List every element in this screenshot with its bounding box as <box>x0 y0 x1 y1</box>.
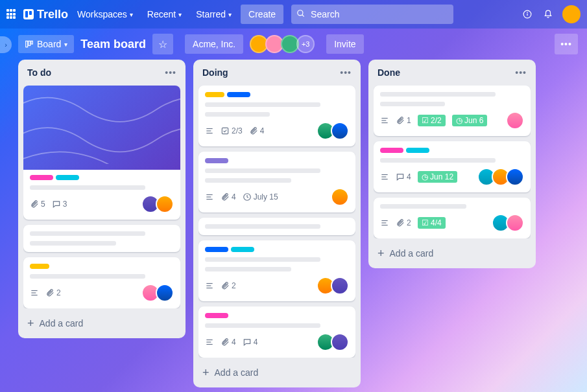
list-title[interactable]: Doing <box>202 67 228 78</box>
list-menu-button[interactable]: ••• <box>515 67 527 78</box>
comments-badge: 4 <box>396 172 411 181</box>
attachments-badge: 4 <box>249 126 265 135</box>
card[interactable]: 4 July 15 <box>198 152 355 213</box>
due-date-badge: July 15 <box>243 192 278 202</box>
user-avatar[interactable] <box>562 5 581 23</box>
add-card-button[interactable]: +Add a card <box>374 244 531 263</box>
chevron-down-icon: ▾ <box>228 11 232 18</box>
description-badge <box>380 116 389 125</box>
info-icon[interactable] <box>521 8 534 21</box>
member-avatar[interactable] <box>506 214 524 232</box>
label-blue <box>205 247 228 252</box>
due-date-badge-complete: ◷ Jun 12 <box>418 171 457 183</box>
label-yellow <box>205 92 224 97</box>
trello-logo-icon <box>23 9 34 19</box>
app-name: Trello <box>37 8 68 21</box>
comments-badge: 4 <box>243 338 258 347</box>
member-avatar[interactable] <box>506 111 524 130</box>
list-menu-button[interactable]: ••• <box>165 67 176 78</box>
svg-rect-7 <box>31 41 32 44</box>
paperclip-icon <box>30 200 39 209</box>
board-canvas: To do••• 5 3 2 <box>0 60 587 392</box>
attachments-badge: 2 <box>396 218 411 227</box>
nav-starred[interactable]: Starred▾ <box>191 5 237 23</box>
label-purple <box>205 158 228 163</box>
card[interactable] <box>23 225 180 252</box>
member-avatar[interactable] <box>156 284 174 302</box>
checklist-badge-complete: ☑ 2/2 <box>418 115 446 126</box>
label-cyan <box>56 175 79 180</box>
due-date-badge-complete: ◷ Jun 6 <box>452 115 488 126</box>
list-todo: To do••• 5 3 2 <box>18 60 186 338</box>
card-text-placeholder <box>205 267 291 271</box>
plus-icon: + <box>202 367 210 378</box>
clock-icon <box>243 192 252 202</box>
label-pink <box>380 148 403 153</box>
attachments-badge: 1 <box>396 116 411 125</box>
paperclip-icon <box>221 192 230 202</box>
member-avatar[interactable] <box>331 333 349 351</box>
member-avatar[interactable] <box>506 168 524 186</box>
description-badge <box>205 281 214 290</box>
label-cyan <box>231 247 254 252</box>
card-title-placeholder <box>380 204 466 209</box>
add-card-button[interactable]: +Add a card <box>198 363 355 382</box>
card[interactable]: 4 ◷ Jun 12 <box>374 141 531 192</box>
svg-point-0 <box>298 10 303 16</box>
attachments-badge: 2 <box>221 281 236 290</box>
board-menu-button[interactable]: ••• <box>555 34 578 54</box>
description-badge <box>205 338 214 347</box>
top-navigation: Trello Workspaces▾ Recent▾ Starred▾ Crea… <box>0 0 587 29</box>
card[interactable]: 1 ☑ 2/2 ◷ Jun 6 <box>374 86 531 136</box>
bell-icon[interactable] <box>542 8 555 21</box>
card-text-placeholder <box>205 178 291 183</box>
list-title[interactable]: Done <box>377 67 400 78</box>
card-cover <box>23 86 180 170</box>
search-input[interactable] <box>291 5 453 24</box>
attachments-badge: 5 <box>30 200 45 209</box>
member-avatar[interactable] <box>331 277 349 295</box>
member-overflow[interactable]: +3 <box>296 35 315 53</box>
board-view-switcher[interactable]: Board▾ <box>18 35 74 53</box>
svg-rect-5 <box>26 41 28 47</box>
card[interactable]: 2 ☑ 4/4 <box>374 198 531 238</box>
card[interactable]: 4 4 <box>198 306 355 358</box>
card-title-placeholder <box>205 102 320 107</box>
paperclip-icon <box>396 218 405 227</box>
card[interactable]: 2 <box>198 240 355 301</box>
list-done: Done••• 1 ☑ 2/2 ◷ Jun 6 4 ◷ Ju <box>368 60 536 268</box>
board-header: Board▾ Team board ☆ Acme, Inc. +3 Invite… <box>0 29 587 60</box>
nav-workspaces[interactable]: Workspaces▾ <box>72 5 138 23</box>
paperclip-icon <box>221 338 230 347</box>
member-avatar[interactable] <box>331 188 349 206</box>
invite-button[interactable]: Invite <box>326 34 363 54</box>
description-badge <box>30 288 39 297</box>
logo[interactable]: Trello <box>23 8 68 21</box>
list-title[interactable]: To do <box>27 67 51 78</box>
member-avatar[interactable] <box>156 195 174 213</box>
card[interactable]: 2 <box>23 257 180 308</box>
create-button[interactable]: Create <box>241 5 283 24</box>
board-title[interactable]: Team board <box>80 38 146 51</box>
apps-icon[interactable] <box>6 9 17 19</box>
description-badge <box>380 172 389 181</box>
card[interactable] <box>198 218 355 235</box>
search-container <box>291 5 453 24</box>
star-button[interactable]: ☆ <box>152 34 173 54</box>
align-left-icon <box>380 116 389 125</box>
list-menu-button[interactable]: ••• <box>340 67 352 78</box>
card[interactable]: 2/3 4 <box>198 86 355 146</box>
nav-recent[interactable]: Recent▾ <box>142 5 187 23</box>
card-title-placeholder <box>205 168 320 173</box>
workspace-chip[interactable]: Acme, Inc. <box>185 34 243 54</box>
card[interactable]: 5 3 <box>23 86 180 220</box>
add-card-button[interactable]: +Add a card <box>23 314 180 333</box>
label-yellow <box>30 264 49 269</box>
description-badge <box>205 192 214 202</box>
member-avatar[interactable] <box>331 122 349 140</box>
align-left-icon <box>30 288 39 297</box>
description-badge <box>205 126 214 135</box>
checkbox-icon <box>221 126 230 135</box>
chevron-down-icon: ▾ <box>178 11 182 18</box>
board-members[interactable]: +3 <box>252 35 315 53</box>
